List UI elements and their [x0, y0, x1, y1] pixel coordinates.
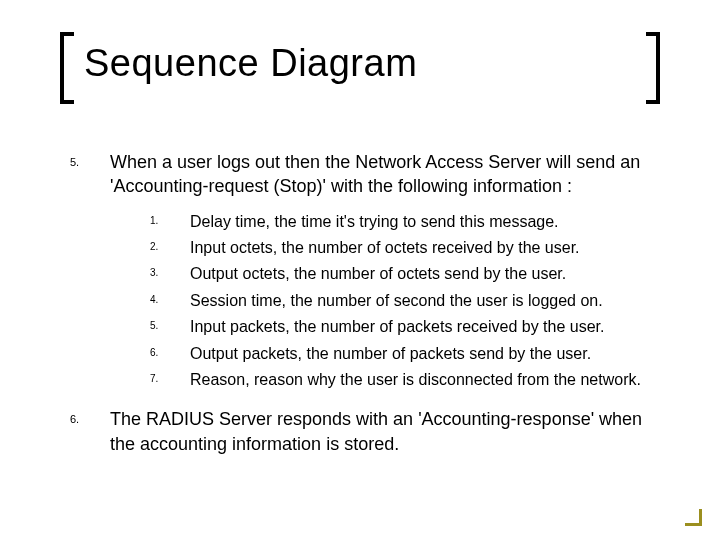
list-number: 2. [150, 235, 190, 261]
list-number: 3. [150, 261, 190, 287]
list-number: 4. [150, 288, 190, 314]
list-item: 6. Output packets, the number of packets… [150, 341, 660, 367]
corner-mark-icon [685, 509, 702, 526]
bracket-left-icon [60, 32, 74, 104]
list-number: 5. [70, 150, 110, 199]
list-item: 5. Input packets, the number of packets … [150, 314, 660, 340]
list-number: 6. [150, 341, 190, 367]
title-container: Sequence Diagram [60, 38, 660, 98]
list-item: 5. When a user logs out then the Network… [70, 150, 660, 199]
list-item: 4. Session time, the number of second th… [150, 288, 660, 314]
list-text: Input octets, the number of octets recei… [190, 235, 660, 261]
list-item: 1. Delay time, the time it's trying to s… [150, 209, 660, 235]
slide-title: Sequence Diagram [84, 42, 417, 85]
list-number: 5. [150, 314, 190, 340]
list-number: 6. [70, 407, 110, 456]
slide-body: 5. When a user logs out then the Network… [70, 150, 660, 466]
list-item: 7. Reason, reason why the user is discon… [150, 367, 660, 393]
list-text: Delay time, the time it's trying to send… [190, 209, 660, 235]
bracket-right-icon [646, 32, 660, 104]
list-item: 6. The RADIUS Server responds with an 'A… [70, 407, 660, 456]
list-text: The RADIUS Server responds with an 'Acco… [110, 407, 660, 456]
list-text: Reason, reason why the user is disconnec… [190, 367, 660, 393]
list-text: Input packets, the number of packets rec… [190, 314, 660, 340]
list-text: When a user logs out then the Network Ac… [110, 150, 660, 199]
list-item: 3. Output octets, the number of octets s… [150, 261, 660, 287]
list-text: Session time, the number of second the u… [190, 288, 660, 314]
list-number: 1. [150, 209, 190, 235]
slide: Sequence Diagram 5. When a user logs out… [0, 0, 720, 540]
list-text: Output octets, the number of octets send… [190, 261, 660, 287]
list-text: Output packets, the number of packets se… [190, 341, 660, 367]
sub-list: 1. Delay time, the time it's trying to s… [150, 209, 660, 394]
list-number: 7. [150, 367, 190, 393]
list-item: 2. Input octets, the number of octets re… [150, 235, 660, 261]
